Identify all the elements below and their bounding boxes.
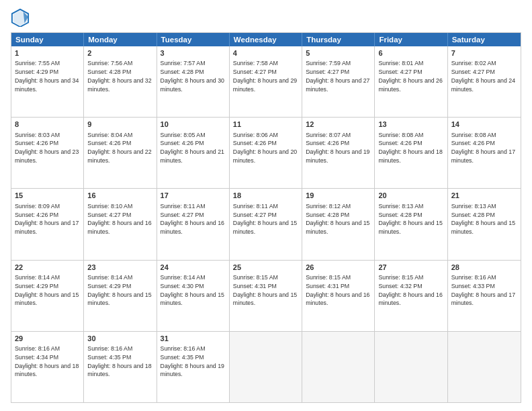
empty-cell (302, 332, 375, 402)
day-cell-19: 19Sunrise: 8:12 AM Sunset: 4:28 PM Dayli… (302, 189, 375, 259)
day-number: 8 (15, 120, 80, 130)
day-cell-9: 9Sunrise: 8:04 AM Sunset: 4:26 PM Daylig… (84, 118, 157, 188)
logo-icon (11, 8, 30, 27)
day-number: 12 (306, 120, 371, 130)
day-info: Sunrise: 8:15 AM Sunset: 4:31 PM Dayligh… (306, 273, 371, 308)
day-number: 5 (306, 48, 371, 58)
day-number: 25 (233, 263, 298, 273)
day-info: Sunrise: 8:14 AM Sunset: 4:29 PM Dayligh… (87, 273, 152, 308)
week-row-3: 15Sunrise: 8:09 AM Sunset: 4:26 PM Dayli… (11, 188, 521, 259)
day-cell-28: 28Sunrise: 8:16 AM Sunset: 4:33 PM Dayli… (448, 261, 521, 331)
day-number: 10 (161, 120, 226, 130)
day-cell-3: 3Sunrise: 7:57 AM Sunset: 4:28 PM Daylig… (157, 46, 230, 117)
day-info: Sunrise: 8:03 AM Sunset: 4:26 PM Dayligh… (15, 131, 80, 165)
day-info: Sunrise: 8:09 AM Sunset: 4:26 PM Dayligh… (15, 202, 80, 236)
week-row-1: 1Sunrise: 7:55 AM Sunset: 4:29 PM Daylig… (11, 46, 521, 117)
day-number: 21 (451, 191, 517, 201)
day-number: 30 (87, 334, 152, 344)
day-cell-11: 11Sunrise: 8:06 AM Sunset: 4:26 PM Dayli… (230, 118, 302, 188)
day-cell-12: 12Sunrise: 8:07 AM Sunset: 4:26 PM Dayli… (302, 118, 375, 188)
day-info: Sunrise: 8:13 AM Sunset: 4:28 PM Dayligh… (378, 202, 443, 236)
day-number: 7 (451, 48, 517, 58)
day-info: Sunrise: 8:05 AM Sunset: 4:26 PM Dayligh… (161, 131, 226, 165)
day-cell-14: 14Sunrise: 8:08 AM Sunset: 4:26 PM Dayli… (448, 118, 521, 188)
day-header-friday: Friday (375, 33, 447, 46)
day-info: Sunrise: 8:11 AM Sunset: 4:27 PM Dayligh… (161, 202, 226, 236)
day-info: Sunrise: 7:57 AM Sunset: 4:28 PM Dayligh… (161, 59, 226, 93)
day-number: 6 (378, 48, 443, 58)
day-info: Sunrise: 8:16 AM Sunset: 4:34 PM Dayligh… (15, 345, 80, 379)
day-cell-27: 27Sunrise: 8:15 AM Sunset: 4:32 PM Dayli… (375, 261, 447, 331)
day-info: Sunrise: 8:02 AM Sunset: 4:27 PM Dayligh… (451, 59, 517, 93)
day-info: Sunrise: 8:16 AM Sunset: 4:35 PM Dayligh… (161, 345, 226, 379)
day-cell-22: 22Sunrise: 8:14 AM Sunset: 4:29 PM Dayli… (11, 261, 84, 331)
day-number: 1 (15, 48, 80, 58)
day-header-monday: Monday (84, 33, 157, 46)
day-number: 28 (451, 263, 517, 273)
day-cell-29: 29Sunrise: 8:16 AM Sunset: 4:34 PM Dayli… (11, 332, 84, 402)
day-header-sunday: Sunday (11, 33, 84, 46)
week-row-5: 29Sunrise: 8:16 AM Sunset: 4:34 PM Dayli… (11, 331, 521, 402)
day-number: 18 (233, 191, 298, 201)
day-number: 13 (378, 120, 443, 130)
day-cell-30: 30Sunrise: 8:16 AM Sunset: 4:35 PM Dayli… (84, 332, 157, 402)
day-header-wednesday: Wednesday (230, 33, 302, 46)
day-number: 23 (87, 263, 152, 273)
calendar: SundayMondayTuesdayWednesdayThursdayFrid… (11, 32, 521, 403)
day-number: 22 (15, 263, 80, 273)
day-number: 26 (306, 263, 371, 273)
day-info: Sunrise: 8:10 AM Sunset: 4:27 PM Dayligh… (87, 202, 152, 236)
day-info: Sunrise: 8:06 AM Sunset: 4:26 PM Dayligh… (233, 131, 298, 165)
week-row-2: 8Sunrise: 8:03 AM Sunset: 4:26 PM Daylig… (11, 117, 521, 188)
calendar-body: 1Sunrise: 7:55 AM Sunset: 4:29 PM Daylig… (11, 46, 521, 402)
day-number: 15 (15, 191, 80, 201)
day-number: 17 (161, 191, 226, 201)
day-number: 4 (233, 48, 298, 58)
day-cell-1: 1Sunrise: 7:55 AM Sunset: 4:29 PM Daylig… (11, 46, 84, 117)
empty-cell (375, 332, 447, 402)
day-info: Sunrise: 8:16 AM Sunset: 4:35 PM Dayligh… (87, 345, 152, 379)
week-row-4: 22Sunrise: 8:14 AM Sunset: 4:29 PM Dayli… (11, 260, 521, 331)
day-cell-10: 10Sunrise: 8:05 AM Sunset: 4:26 PM Dayli… (157, 118, 230, 188)
day-header-saturday: Saturday (448, 33, 521, 46)
day-info: Sunrise: 7:55 AM Sunset: 4:29 PM Dayligh… (15, 59, 80, 93)
day-number: 31 (161, 334, 226, 344)
empty-cell (448, 332, 521, 402)
day-cell-24: 24Sunrise: 8:14 AM Sunset: 4:30 PM Dayli… (157, 261, 230, 331)
day-info: Sunrise: 7:56 AM Sunset: 4:28 PM Dayligh… (87, 59, 152, 93)
day-cell-2: 2Sunrise: 7:56 AM Sunset: 4:28 PM Daylig… (84, 46, 157, 117)
day-info: Sunrise: 8:14 AM Sunset: 4:30 PM Dayligh… (161, 273, 226, 308)
day-number: 19 (306, 191, 371, 201)
day-cell-15: 15Sunrise: 8:09 AM Sunset: 4:26 PM Dayli… (11, 189, 84, 259)
day-info: Sunrise: 8:08 AM Sunset: 4:26 PM Dayligh… (378, 131, 443, 165)
day-cell-6: 6Sunrise: 8:01 AM Sunset: 4:27 PM Daylig… (375, 46, 447, 117)
day-cell-26: 26Sunrise: 8:15 AM Sunset: 4:31 PM Dayli… (302, 261, 375, 331)
day-number: 16 (87, 191, 152, 201)
day-number: 9 (87, 120, 152, 130)
day-header-tuesday: Tuesday (157, 33, 230, 46)
day-info: Sunrise: 8:16 AM Sunset: 4:33 PM Dayligh… (451, 273, 517, 308)
calendar-header: SundayMondayTuesdayWednesdayThursdayFrid… (11, 33, 521, 46)
day-info: Sunrise: 8:14 AM Sunset: 4:29 PM Dayligh… (15, 273, 80, 308)
logo (11, 8, 32, 27)
day-info: Sunrise: 8:13 AM Sunset: 4:28 PM Dayligh… (451, 202, 517, 236)
empty-cell (230, 332, 302, 402)
day-number: 2 (87, 48, 152, 58)
day-info: Sunrise: 8:12 AM Sunset: 4:28 PM Dayligh… (306, 202, 371, 236)
day-number: 24 (161, 263, 226, 273)
day-info: Sunrise: 8:15 AM Sunset: 4:31 PM Dayligh… (233, 273, 298, 308)
day-info: Sunrise: 7:59 AM Sunset: 4:27 PM Dayligh… (306, 59, 371, 93)
day-info: Sunrise: 8:01 AM Sunset: 4:27 PM Dayligh… (378, 59, 443, 93)
header (11, 8, 521, 27)
day-number: 11 (233, 120, 298, 130)
day-cell-13: 13Sunrise: 8:08 AM Sunset: 4:26 PM Dayli… (375, 118, 447, 188)
day-number: 29 (15, 334, 80, 344)
day-number: 3 (161, 48, 226, 58)
day-cell-7: 7Sunrise: 8:02 AM Sunset: 4:27 PM Daylig… (448, 46, 521, 117)
day-cell-17: 17Sunrise: 8:11 AM Sunset: 4:27 PM Dayli… (157, 189, 230, 259)
day-info: Sunrise: 8:08 AM Sunset: 4:26 PM Dayligh… (451, 131, 517, 165)
day-number: 20 (378, 191, 443, 201)
day-number: 14 (451, 120, 517, 130)
page: SundayMondayTuesdayWednesdayThursdayFrid… (0, 0, 532, 411)
day-info: Sunrise: 8:07 AM Sunset: 4:26 PM Dayligh… (306, 131, 371, 165)
